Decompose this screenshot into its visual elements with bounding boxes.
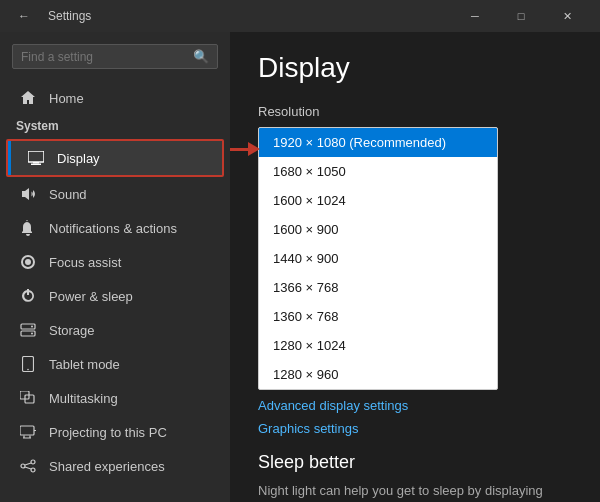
red-arrow-container — [230, 142, 260, 156]
sidebar-item-storage[interactable]: Storage — [0, 313, 230, 347]
shared-icon — [19, 457, 37, 475]
resolution-option-2[interactable]: 1600 × 1024 — [259, 186, 497, 215]
sidebar-item-display[interactable]: Display — [8, 141, 222, 175]
svg-point-14 — [31, 468, 35, 472]
sidebar-item-shared-label: Shared experiences — [49, 459, 165, 474]
sidebar-item-projecting[interactable]: Projecting to this PC — [0, 415, 230, 449]
sidebar-item-multitask-label: Multitasking — [49, 391, 118, 406]
svg-point-13 — [31, 460, 35, 464]
sidebar-item-sound[interactable]: Sound — [0, 177, 230, 211]
sidebar-item-tablet-label: Tablet mode — [49, 357, 120, 372]
svg-point-8 — [27, 369, 29, 371]
advanced-display-link[interactable]: Advanced display settings — [258, 398, 572, 413]
sidebar-section-system: System — [0, 115, 230, 137]
svg-point-5 — [31, 326, 33, 328]
focus-icon — [19, 253, 37, 271]
resolution-option-8[interactable]: 1280 × 960 — [259, 360, 497, 389]
svg-rect-2 — [31, 164, 41, 166]
resolution-option-4[interactable]: 1440 × 900 — [259, 244, 497, 273]
sleep-section-title: Sleep better — [258, 452, 572, 473]
sidebar-item-shared[interactable]: Shared experiences — [0, 449, 230, 483]
home-icon — [19, 89, 37, 107]
svg-line-15 — [25, 463, 31, 465]
storage-icon — [19, 321, 37, 339]
multitask-icon — [19, 389, 37, 407]
sidebar-item-tablet[interactable]: Tablet mode — [0, 347, 230, 381]
search-box[interactable]: 🔍 — [12, 44, 218, 69]
sidebar-item-power-label: Power & sleep — [49, 289, 133, 304]
notifications-icon — [19, 219, 37, 237]
window-title: Settings — [48, 9, 91, 23]
sidebar-item-multitask[interactable]: Multitasking — [0, 381, 230, 415]
restore-button[interactable]: □ — [498, 0, 544, 32]
svg-line-16 — [25, 467, 31, 469]
svg-point-12 — [21, 464, 25, 468]
sidebar-item-home[interactable]: Home — [0, 81, 230, 115]
sidebar-item-storage-label: Storage — [49, 323, 95, 338]
titlebar-left: ← Settings — [10, 2, 91, 30]
sidebar-item-home-label: Home — [49, 91, 84, 106]
resolution-label: Resolution — [258, 104, 572, 119]
sidebar-item-notifications[interactable]: Notifications & actions — [0, 211, 230, 245]
resolution-option-7[interactable]: 1280 × 1024 — [259, 331, 497, 360]
close-button[interactable]: ✕ — [544, 0, 590, 32]
minimize-button[interactable]: ─ — [452, 0, 498, 32]
display-icon — [27, 149, 45, 167]
sidebar: 🔍 Home System — [0, 32, 230, 502]
content-area: Display Resolution 1920 × 1080 (Recommen… — [230, 32, 600, 502]
svg-rect-11 — [20, 426, 34, 435]
tablet-icon — [19, 355, 37, 373]
resolution-option-3[interactable]: 1600 × 900 — [259, 215, 497, 244]
arrow-head — [248, 142, 260, 156]
arrow-line — [230, 148, 248, 151]
sidebar-item-projecting-label: Projecting to this PC — [49, 425, 167, 440]
sidebar-item-display-label: Display — [57, 151, 100, 166]
projecting-icon — [19, 423, 37, 441]
resolution-option-5[interactable]: 1366 × 768 — [259, 273, 497, 302]
svg-point-6 — [31, 333, 33, 335]
resolution-option-0[interactable]: 1920 × 1080 (Recommended) — [259, 128, 497, 157]
sleep-description: Night light can help you get to sleep by… — [258, 481, 572, 502]
sound-icon — [19, 185, 37, 203]
svg-rect-1 — [33, 162, 39, 164]
svg-rect-0 — [28, 151, 44, 162]
sidebar-item-notifications-label: Notifications & actions — [49, 221, 177, 236]
back-icon: ← — [18, 9, 30, 23]
resolution-dropdown[interactable]: 1920 × 1080 (Recommended) 1680 × 1050 16… — [258, 127, 498, 390]
main-window: 🔍 Home System — [0, 32, 600, 502]
graphics-settings-link[interactable]: Graphics settings — [258, 421, 572, 436]
resolution-option-6[interactable]: 1360 × 768 — [259, 302, 497, 331]
search-input[interactable] — [21, 50, 193, 64]
resolution-section: Resolution 1920 × 1080 (Recommended) 168… — [258, 104, 572, 390]
back-button[interactable]: ← — [10, 2, 38, 30]
titlebar: ← Settings ─ □ ✕ — [0, 0, 600, 32]
sidebar-item-sound-label: Sound — [49, 187, 87, 202]
window-controls: ─ □ ✕ — [452, 0, 590, 32]
display-highlight-box: Display — [6, 139, 224, 177]
sidebar-item-power[interactable]: Power & sleep — [0, 279, 230, 313]
sidebar-item-focus[interactable]: Focus assist — [0, 245, 230, 279]
power-icon — [19, 287, 37, 305]
links-section: Advanced display settings Graphics setti… — [258, 398, 572, 436]
resolution-option-1[interactable]: 1680 × 1050 — [259, 157, 497, 186]
sidebar-item-focus-label: Focus assist — [49, 255, 121, 270]
search-icon: 🔍 — [193, 49, 209, 64]
page-title: Display — [258, 52, 572, 84]
